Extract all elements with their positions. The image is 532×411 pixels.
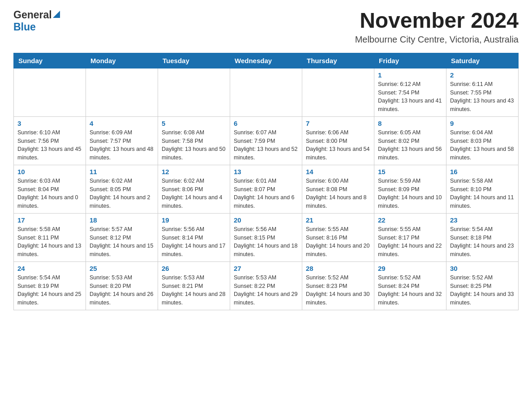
day-number: 8 [378,120,442,127]
calendar-cell: 6Sunrise: 6:07 AM Sunset: 7:59 PM Daylig… [230,116,302,165]
logo-blue-text: Blue [13,21,36,33]
calendar-cell: 11Sunrise: 6:02 AM Sunset: 8:05 PM Dayli… [86,165,158,213]
weekday-header-tuesday: Tuesday [158,53,230,68]
calendar-cell: 16Sunrise: 5:58 AM Sunset: 8:10 PM Dayli… [446,165,519,213]
calendar-cell: 5Sunrise: 6:08 AM Sunset: 7:58 PM Daylig… [158,116,230,165]
weekday-header-saturday: Saturday [446,53,519,68]
calendar-cell: 20Sunrise: 5:56 AM Sunset: 8:15 PM Dayli… [230,213,302,261]
day-info: Sunrise: 6:00 AM Sunset: 8:08 PM Dayligh… [306,177,370,210]
calendar-cell: 22Sunrise: 5:55 AM Sunset: 8:17 PM Dayli… [374,213,446,261]
calendar-cell: 18Sunrise: 5:57 AM Sunset: 8:12 PM Dayli… [86,213,158,261]
weekday-header-wednesday: Wednesday [230,53,302,68]
day-info: Sunrise: 5:53 AM Sunset: 8:20 PM Dayligh… [90,274,154,307]
day-number: 16 [450,168,515,176]
day-number: 3 [17,120,82,127]
day-number: 30 [450,265,515,272]
calendar-table: SundayMondayTuesdayWednesdayThursdayFrid… [13,53,519,310]
logo-general-text: General [13,9,52,21]
calendar-cell: 17Sunrise: 5:58 AM Sunset: 8:11 PM Dayli… [14,213,86,261]
day-number: 17 [17,216,82,224]
logo: General Blue [13,9,60,33]
calendar-cell: 14Sunrise: 6:00 AM Sunset: 8:08 PM Dayli… [302,165,374,213]
day-info: Sunrise: 6:10 AM Sunset: 7:56 PM Dayligh… [17,128,82,162]
day-info: Sunrise: 5:56 AM Sunset: 8:14 PM Dayligh… [162,225,226,259]
day-info: Sunrise: 6:01 AM Sunset: 8:07 PM Dayligh… [234,177,298,210]
title-block: November 2024 Melbourne City Centre, Vic… [355,9,519,45]
day-info: Sunrise: 6:07 AM Sunset: 7:59 PM Dayligh… [234,128,298,162]
day-number: 6 [234,120,298,127]
logo-triangle-icon [53,11,60,20]
day-number: 21 [306,216,370,224]
day-number: 12 [162,168,226,176]
calendar-cell: 29Sunrise: 5:52 AM Sunset: 8:24 PM Dayli… [374,261,446,310]
calendar-week-row: 10Sunrise: 6:03 AM Sunset: 8:04 PM Dayli… [14,165,519,213]
calendar-cell: 7Sunrise: 6:06 AM Sunset: 8:00 PM Daylig… [302,116,374,165]
day-info: Sunrise: 5:54 AM Sunset: 8:18 PM Dayligh… [450,225,515,259]
calendar-cell: 26Sunrise: 5:53 AM Sunset: 8:21 PM Dayli… [158,261,230,310]
month-title: November 2024 [355,9,519,33]
calendar-cell: 9Sunrise: 6:04 AM Sunset: 8:03 PM Daylig… [446,116,519,165]
day-number: 18 [90,216,154,224]
day-number: 1 [378,71,442,79]
calendar-cell: 19Sunrise: 5:56 AM Sunset: 8:14 PM Dayli… [158,213,230,261]
weekday-header-friday: Friday [374,53,446,68]
day-info: Sunrise: 6:04 AM Sunset: 8:03 PM Dayligh… [450,128,515,162]
calendar-cell: 4Sunrise: 6:09 AM Sunset: 7:57 PM Daylig… [86,116,158,165]
calendar-cell: 10Sunrise: 6:03 AM Sunset: 8:04 PM Dayli… [14,165,86,213]
day-info: Sunrise: 5:53 AM Sunset: 8:22 PM Dayligh… [234,274,298,307]
day-info: Sunrise: 5:52 AM Sunset: 8:23 PM Dayligh… [306,274,370,307]
day-info: Sunrise: 6:02 AM Sunset: 8:06 PM Dayligh… [162,177,226,210]
calendar-cell: 30Sunrise: 5:52 AM Sunset: 8:25 PM Dayli… [446,261,519,310]
calendar-cell: 27Sunrise: 5:53 AM Sunset: 8:22 PM Dayli… [230,261,302,310]
calendar-cell: 13Sunrise: 6:01 AM Sunset: 8:07 PM Dayli… [230,165,302,213]
day-info: Sunrise: 5:55 AM Sunset: 8:17 PM Dayligh… [378,225,442,259]
day-info: Sunrise: 6:08 AM Sunset: 7:58 PM Dayligh… [162,128,226,162]
weekday-header-monday: Monday [86,53,158,68]
day-number: 15 [378,168,442,176]
day-info: Sunrise: 6:06 AM Sunset: 8:00 PM Dayligh… [306,128,370,162]
calendar-week-row: 24Sunrise: 5:54 AM Sunset: 8:19 PM Dayli… [14,261,519,310]
day-number: 4 [90,120,154,127]
day-info: Sunrise: 5:53 AM Sunset: 8:21 PM Dayligh… [162,274,226,307]
day-info: Sunrise: 5:52 AM Sunset: 8:24 PM Dayligh… [378,274,442,307]
calendar-cell [14,68,86,116]
day-info: Sunrise: 5:54 AM Sunset: 8:19 PM Dayligh… [17,274,82,307]
day-number: 26 [162,265,226,272]
day-info: Sunrise: 5:57 AM Sunset: 8:12 PM Dayligh… [90,225,154,259]
location-subtitle: Melbourne City Centre, Victoria, Austral… [355,34,519,45]
day-info: Sunrise: 6:03 AM Sunset: 8:04 PM Dayligh… [17,177,82,210]
day-number: 28 [306,265,370,272]
day-number: 23 [450,216,515,224]
day-info: Sunrise: 6:11 AM Sunset: 7:55 PM Dayligh… [450,80,515,114]
day-number: 27 [234,265,298,272]
day-info: Sunrise: 5:59 AM Sunset: 8:09 PM Dayligh… [378,177,442,210]
day-info: Sunrise: 5:56 AM Sunset: 8:15 PM Dayligh… [234,225,298,259]
day-number: 14 [306,168,370,176]
calendar-week-row: 3Sunrise: 6:10 AM Sunset: 7:56 PM Daylig… [14,116,519,165]
calendar-cell [158,68,230,116]
page-header: General Blue November 2024 Melbourne Cit… [13,9,519,45]
calendar-cell [86,68,158,116]
day-info: Sunrise: 5:58 AM Sunset: 8:10 PM Dayligh… [450,177,515,210]
calendar-cell: 21Sunrise: 5:55 AM Sunset: 8:16 PM Dayli… [302,213,374,261]
day-number: 19 [162,216,226,224]
svg-marker-0 [53,11,60,18]
day-number: 22 [378,216,442,224]
day-number: 7 [306,120,370,127]
day-info: Sunrise: 5:58 AM Sunset: 8:11 PM Dayligh… [17,225,82,259]
day-number: 13 [234,168,298,176]
calendar-week-row: 17Sunrise: 5:58 AM Sunset: 8:11 PM Dayli… [14,213,519,261]
day-number: 24 [17,265,82,272]
day-number: 11 [90,168,154,176]
calendar-cell: 15Sunrise: 5:59 AM Sunset: 8:09 PM Dayli… [374,165,446,213]
weekday-header-sunday: Sunday [14,53,86,68]
calendar-cell: 28Sunrise: 5:52 AM Sunset: 8:23 PM Dayli… [302,261,374,310]
day-info: Sunrise: 5:55 AM Sunset: 8:16 PM Dayligh… [306,225,370,259]
day-info: Sunrise: 5:52 AM Sunset: 8:25 PM Dayligh… [450,274,515,307]
calendar-cell: 23Sunrise: 5:54 AM Sunset: 8:18 PM Dayli… [446,213,519,261]
calendar-cell: 1Sunrise: 6:12 AM Sunset: 7:54 PM Daylig… [374,68,446,116]
day-info: Sunrise: 6:02 AM Sunset: 8:05 PM Dayligh… [90,177,154,210]
weekday-header-row: SundayMondayTuesdayWednesdayThursdayFrid… [14,53,519,68]
calendar-cell: 2Sunrise: 6:11 AM Sunset: 7:55 PM Daylig… [446,68,519,116]
calendar-cell: 3Sunrise: 6:10 AM Sunset: 7:56 PM Daylig… [14,116,86,165]
